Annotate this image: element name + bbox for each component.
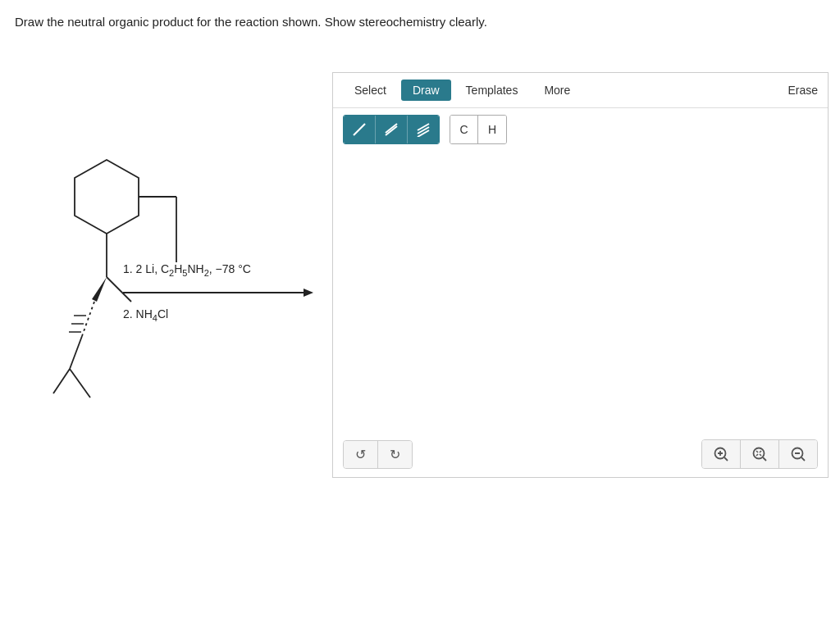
reaction-conditions: 1. 2 Li, C2H5NH2, −78 °C 2. NH4Cl [123, 262, 320, 323]
bond-toolbar: C H [333, 108, 828, 151]
zoom-fit-button[interactable] [741, 440, 779, 468]
reaction-step1: 1. 2 Li, C2H5NH2, −78 °C [123, 262, 320, 278]
erase-button[interactable]: Erase [788, 84, 818, 97]
zoom-out-button[interactable] [779, 440, 817, 468]
reaction-step2: 2. NH4Cl [123, 307, 320, 323]
svg-line-28 [760, 451, 761, 452]
svg-line-32 [801, 457, 805, 461]
svg-line-19 [418, 127, 429, 134]
carbon-button[interactable]: C [450, 116, 478, 143]
svg-line-6 [82, 302, 94, 336]
svg-line-26 [763, 457, 766, 461]
svg-line-8 [53, 369, 70, 393]
svg-line-29 [756, 454, 758, 456]
svg-marker-0 [75, 160, 139, 234]
undo-redo-group: ↺ ↻ [343, 440, 413, 469]
single-bond-button[interactable] [344, 116, 376, 143]
svg-line-18 [418, 124, 429, 130]
draw-tab[interactable]: Draw [401, 80, 451, 101]
bond-group [343, 115, 440, 144]
svg-marker-5 [92, 277, 107, 302]
triple-bond-button[interactable] [408, 116, 439, 143]
undo-button[interactable]: ↺ [344, 441, 378, 468]
zoom-in-button[interactable] [702, 440, 741, 468]
atom-group: C H [450, 115, 507, 144]
templates-tab[interactable]: Templates [454, 80, 530, 101]
svg-line-22 [724, 457, 728, 461]
select-tab[interactable]: Select [343, 80, 398, 101]
hydrogen-button[interactable]: H [478, 116, 506, 143]
molecule-area: 1. 2 Li, C2H5NH2, −78 °C 2. NH4Cl [25, 74, 328, 484]
zoom-group [701, 439, 818, 469]
drawing-canvas[interactable] [333, 151, 828, 430]
svg-point-25 [754, 448, 765, 459]
bottom-controls: ↺ ↻ [333, 439, 828, 469]
question-text: Draw the neutral organic product for the… [15, 15, 487, 29]
toolbar: Select Draw Templates More Erase [333, 73, 828, 108]
redo-button[interactable]: ↻ [378, 441, 412, 468]
svg-line-15 [354, 124, 365, 135]
double-bond-button[interactable] [376, 116, 408, 143]
svg-line-30 [760, 454, 761, 456]
draw-panel: Select Draw Templates More Erase [332, 72, 829, 478]
svg-line-9 [70, 369, 90, 398]
svg-line-7 [70, 336, 82, 369]
svg-marker-14 [304, 289, 313, 297]
svg-line-20 [418, 130, 429, 137]
more-tab[interactable]: More [532, 80, 582, 101]
svg-line-27 [756, 451, 758, 452]
